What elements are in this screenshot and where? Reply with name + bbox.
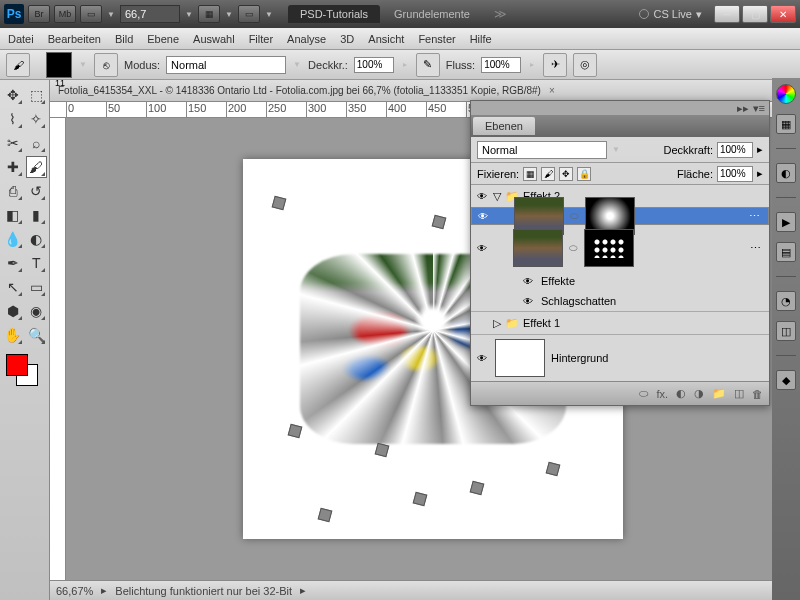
status-zoom[interactable]: 66,67%	[56, 585, 93, 597]
color-swatches[interactable]	[2, 354, 47, 394]
flow-input[interactable]	[481, 57, 521, 73]
screen-mode-button[interactable]: ▭	[80, 5, 102, 23]
blur-tool[interactable]: 💧	[2, 228, 24, 250]
move-tool[interactable]: ✥	[2, 84, 24, 106]
layer-name[interactable]: Hintergrund	[551, 352, 608, 364]
menu-bearbeiten[interactable]: Bearbeiten	[48, 33, 101, 45]
wand-tool[interactable]: ✧	[26, 108, 48, 130]
opacity-input[interactable]	[354, 57, 394, 73]
layer-group-header[interactable]: ▷ 📁 Effekt 1	[471, 312, 769, 334]
visibility-icon[interactable]	[475, 316, 489, 330]
info-panel-icon[interactable]: ◔	[776, 291, 796, 311]
lock-position-icon[interactable]: ✥	[559, 167, 573, 181]
mask-icon[interactable]: ◐	[676, 387, 686, 400]
effects-row[interactable]: 👁Effekte	[471, 271, 769, 291]
lock-all-icon[interactable]: 🔒	[577, 167, 591, 181]
menu-filter[interactable]: Filter	[249, 33, 273, 45]
minimize-button[interactable]: ─	[714, 5, 740, 23]
link-icon[interactable]: ⬭	[569, 242, 578, 254]
dropshadow-row[interactable]: 👁Schlagschatten	[471, 291, 769, 311]
menu-fenster[interactable]: Fenster	[418, 33, 455, 45]
dodge-tool[interactable]: ◐	[26, 228, 48, 250]
visibility-icon[interactable]: 👁	[476, 209, 490, 223]
adjustment-icon[interactable]: ◑	[694, 387, 704, 400]
visibility-icon[interactable]: 👁	[475, 241, 489, 255]
eyedropper-tool[interactable]: ⌕	[26, 132, 48, 154]
dropdown-icon[interactable]: ▼	[106, 10, 116, 19]
link-layers-icon[interactable]: ⬭	[639, 387, 648, 400]
menu-ebene[interactable]: Ebene	[147, 33, 179, 45]
layers-dock-icon[interactable]: ◆	[776, 370, 796, 390]
3d-camera-tool[interactable]: ◉	[26, 300, 48, 322]
delete-icon[interactable]: 🗑	[752, 388, 763, 400]
type-tool[interactable]: T	[26, 252, 48, 274]
heal-tool[interactable]: ✚	[2, 156, 24, 178]
dropdown-icon[interactable]: ▼	[264, 10, 274, 19]
menu-auswahl[interactable]: Auswahl	[193, 33, 235, 45]
layer-opacity-input[interactable]	[717, 142, 753, 158]
menu-datei[interactable]: Datei	[8, 33, 34, 45]
layer-row[interactable]: 👁 ⬭ ⋯	[471, 225, 769, 271]
visibility-icon[interactable]: 👁	[475, 351, 489, 365]
history-brush-tool[interactable]: ↺	[26, 180, 48, 202]
layer-fill-input[interactable]	[717, 166, 753, 182]
workspace-tab[interactable]: Grundelemente	[382, 5, 482, 23]
document-tab[interactable]: Fotolia_6415354_XXL - © 1418336 Ontario …	[50, 80, 800, 102]
disclosure-icon[interactable]: ▽	[493, 190, 501, 203]
lock-paint-icon[interactable]: 🖌	[541, 167, 555, 181]
brush-tool[interactable]: 🖌	[26, 156, 48, 178]
gradient-tool[interactable]: ▮	[26, 204, 48, 226]
layer-row[interactable]: 👁 Hintergrund	[471, 335, 769, 381]
bridge-button[interactable]: Br	[28, 5, 50, 23]
menu-hilfe[interactable]: Hilfe	[470, 33, 492, 45]
brush-panel-button[interactable]: ⎋	[94, 53, 118, 77]
channels-panel-icon[interactable]: ◫	[776, 321, 796, 341]
zoom-tool[interactable]: 🔍	[26, 324, 48, 346]
menu-bild[interactable]: Bild	[115, 33, 133, 45]
link-icon[interactable]: ⬭	[570, 210, 579, 222]
crop-tool[interactable]: ✂	[2, 132, 24, 154]
eraser-tool[interactable]: ◧	[2, 204, 24, 226]
new-layer-icon[interactable]: ◫	[734, 387, 744, 400]
collapse-icon[interactable]: ▸▸	[737, 102, 749, 115]
mask-thumbnail[interactable]	[584, 229, 634, 267]
current-tool-icon[interactable]: 🖌	[6, 53, 30, 77]
foreground-color[interactable]	[6, 354, 28, 376]
close-button[interactable]: ✕	[770, 5, 796, 23]
arrange-button[interactable]: ▭	[238, 5, 260, 23]
layer-blend-select[interactable]: Normal	[477, 141, 607, 159]
menu-analyse[interactable]: Analyse	[287, 33, 326, 45]
3d-tool[interactable]: ⬢	[2, 300, 24, 322]
fx-icon[interactable]: fx.	[656, 388, 668, 400]
history-panel-icon[interactable]: ▤	[776, 242, 796, 262]
panel-menu-icon[interactable]: ▾≡	[753, 102, 765, 115]
close-tab-icon[interactable]: ×	[549, 85, 555, 96]
lock-transparency-icon[interactable]: ▦	[523, 167, 537, 181]
minibridge-button[interactable]: Mb	[54, 5, 76, 23]
dropdown-icon[interactable]: ▸	[527, 60, 537, 69]
layer-thumbnail[interactable]	[495, 339, 545, 377]
color-panel-icon[interactable]	[776, 84, 796, 104]
tablet-size-button[interactable]: ◎	[573, 53, 597, 77]
shape-tool[interactable]: ▭	[26, 276, 48, 298]
dropdown-icon[interactable]: ▼	[78, 60, 88, 69]
tablet-opacity-button[interactable]: ✎	[416, 53, 440, 77]
layer-row[interactable]: 👁 ⬭ ⋯	[471, 207, 769, 225]
dropdown-icon[interactable]: ▼	[184, 10, 194, 19]
cslive-button[interactable]: CS Live ▾	[639, 8, 702, 21]
brush-preview[interactable]: 11	[46, 52, 72, 78]
adjustments-panel-icon[interactable]: ◐	[776, 163, 796, 183]
stamp-tool[interactable]: ⎙	[2, 180, 24, 202]
lasso-tool[interactable]: ⌇	[2, 108, 24, 130]
maximize-button[interactable]: ▢	[742, 5, 768, 23]
zoom-field[interactable]: 66,7	[120, 5, 180, 23]
dropdown-icon[interactable]: ▼	[292, 60, 302, 69]
layers-tab[interactable]: Ebenen	[473, 117, 535, 135]
visibility-icon[interactable]: 👁	[475, 189, 489, 203]
view-extras-button[interactable]: ▦	[198, 5, 220, 23]
workspace-tab-active[interactable]: PSD-Tutorials	[288, 5, 380, 23]
swatches-panel-icon[interactable]: ▦	[776, 114, 796, 134]
group-name[interactable]: Effekt 1	[523, 317, 560, 329]
dropdown-icon[interactable]: ▼	[224, 10, 234, 19]
airbrush-button[interactable]: ✈	[543, 53, 567, 77]
